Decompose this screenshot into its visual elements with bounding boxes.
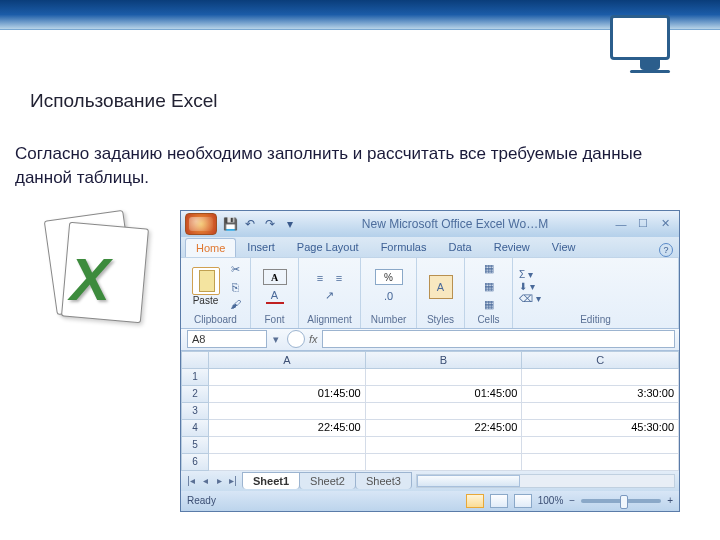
orientation-icon[interactable]: ↗: [321, 288, 339, 304]
tab-data[interactable]: Data: [437, 237, 482, 257]
normal-view-icon[interactable]: [466, 494, 484, 508]
autosum-button[interactable]: Σ ▾: [519, 269, 672, 280]
grid-row: 6: [181, 454, 679, 471]
insert-cells-icon[interactable]: ▦: [480, 261, 498, 277]
delete-cells-icon[interactable]: ▦: [480, 279, 498, 295]
cut-icon[interactable]: ✂: [226, 262, 244, 278]
row-header[interactable]: 2: [181, 386, 209, 403]
row-header[interactable]: 1: [181, 369, 209, 386]
row-header[interactable]: 5: [181, 437, 209, 454]
name-box[interactable]: A8: [187, 330, 267, 348]
cell[interactable]: [209, 454, 366, 471]
fx-cancel-icon[interactable]: [287, 330, 305, 348]
page-break-view-icon[interactable]: [514, 494, 532, 508]
qat-customize-icon[interactable]: ▾: [281, 215, 299, 233]
percent-style-icon[interactable]: %: [375, 269, 403, 285]
font-group-label: Font: [257, 314, 292, 326]
cell[interactable]: [522, 454, 679, 471]
column-header-b[interactable]: B: [366, 351, 523, 369]
cell-styles-icon: A: [429, 275, 453, 299]
format-cells-icon[interactable]: ▦: [480, 297, 498, 313]
tab-page-layout[interactable]: Page Layout: [286, 237, 370, 257]
cell[interactable]: 3:30:00: [522, 386, 679, 403]
paste-label: Paste: [193, 295, 219, 306]
cell[interactable]: 01:45:00: [209, 386, 366, 403]
tab-insert[interactable]: Insert: [236, 237, 286, 257]
redo-icon[interactable]: ↷: [261, 215, 279, 233]
grid-row: 5: [181, 437, 679, 454]
save-icon[interactable]: 💾: [221, 215, 239, 233]
row-header[interactable]: 4: [181, 420, 209, 437]
decrease-decimal-icon[interactable]: .0: [380, 288, 398, 304]
sheet-tab-3[interactable]: Sheet3: [355, 472, 412, 489]
page-layout-view-icon[interactable]: [490, 494, 508, 508]
tab-nav-first-icon[interactable]: |◂: [185, 475, 197, 486]
font-color-icon[interactable]: A: [266, 288, 284, 304]
office-button[interactable]: [185, 213, 217, 235]
minimize-button[interactable]: —: [611, 217, 631, 231]
ribbon: Paste ✂ ⎘ 🖌 Clipboard A A Font: [181, 257, 679, 329]
copy-icon[interactable]: ⎘: [226, 279, 244, 295]
cell[interactable]: [522, 437, 679, 454]
align-center-icon[interactable]: ≡: [330, 270, 348, 286]
status-ready: Ready: [187, 495, 216, 506]
help-icon[interactable]: ?: [659, 243, 673, 257]
excel-logo: X: [30, 210, 160, 340]
cell[interactable]: [366, 403, 523, 420]
cell[interactable]: [366, 437, 523, 454]
horizontal-scrollbar[interactable]: [416, 474, 675, 488]
cell[interactable]: [209, 403, 366, 420]
cell[interactable]: 01:45:00: [366, 386, 523, 403]
select-all-corner[interactable]: [181, 351, 209, 369]
quick-access-toolbar: 💾 ↶ ↷ ▾: [221, 215, 299, 233]
column-header-c[interactable]: C: [522, 351, 679, 369]
cell[interactable]: [209, 369, 366, 386]
styles-button[interactable]: A: [423, 275, 458, 299]
grid-row: 201:45:0001:45:003:30:00: [181, 386, 679, 403]
formula-bar[interactable]: [322, 330, 675, 348]
monitor-icon: [610, 15, 690, 80]
format-painter-icon[interactable]: 🖌: [226, 296, 244, 312]
align-left-icon[interactable]: ≡: [311, 270, 329, 286]
cell[interactable]: [522, 369, 679, 386]
tab-home[interactable]: Home: [185, 238, 236, 257]
zoom-slider[interactable]: [581, 499, 661, 503]
close-button[interactable]: ✕: [655, 217, 675, 231]
maximize-button[interactable]: ☐: [633, 217, 653, 231]
ribbon-tabs: Home Insert Page Layout Formulas Data Re…: [181, 237, 679, 257]
sheet-tab-2[interactable]: Sheet2: [299, 472, 356, 489]
undo-icon[interactable]: ↶: [241, 215, 259, 233]
cell[interactable]: [366, 454, 523, 471]
alignment-group-label: Alignment: [305, 314, 354, 326]
cell[interactable]: 22:45:00: [366, 420, 523, 437]
fill-button[interactable]: ⬇ ▾: [519, 281, 672, 292]
row-header[interactable]: 3: [181, 403, 209, 420]
tab-view[interactable]: View: [541, 237, 587, 257]
paste-button[interactable]: Paste: [187, 267, 224, 306]
zoom-in-icon[interactable]: +: [667, 495, 673, 506]
sheet-tab-1[interactable]: Sheet1: [242, 472, 300, 489]
column-header-a[interactable]: A: [209, 351, 366, 369]
clear-button[interactable]: ⌫ ▾: [519, 293, 672, 304]
row-header[interactable]: 6: [181, 454, 209, 471]
cell[interactable]: [209, 437, 366, 454]
excel-window: 💾 ↶ ↷ ▾ New Microsoft Office Excel Wo…M …: [180, 210, 680, 512]
tab-nav-last-icon[interactable]: ▸|: [227, 475, 239, 486]
tab-formulas[interactable]: Formulas: [370, 237, 438, 257]
tab-nav-prev-icon[interactable]: ◂: [199, 475, 211, 486]
grid-row: 422:45:0022:45:0045:30:00: [181, 420, 679, 437]
name-box-dropdown-icon[interactable]: ▾: [273, 333, 287, 346]
tab-review[interactable]: Review: [483, 237, 541, 257]
cell[interactable]: [366, 369, 523, 386]
grid-row: 3: [181, 403, 679, 420]
zoom-out-icon[interactable]: −: [569, 495, 575, 506]
tab-nav-next-icon[interactable]: ▸: [213, 475, 225, 486]
fx-icon[interactable]: fx: [309, 333, 318, 345]
cell[interactable]: 22:45:00: [209, 420, 366, 437]
cell[interactable]: [522, 403, 679, 420]
number-group-label: Number: [367, 314, 410, 326]
cell[interactable]: 45:30:00: [522, 420, 679, 437]
zoom-level[interactable]: 100%: [538, 495, 564, 506]
slide-text: Согласно заданию необходимо заполнить и …: [15, 142, 690, 190]
font-sample-icon[interactable]: A: [263, 269, 287, 285]
